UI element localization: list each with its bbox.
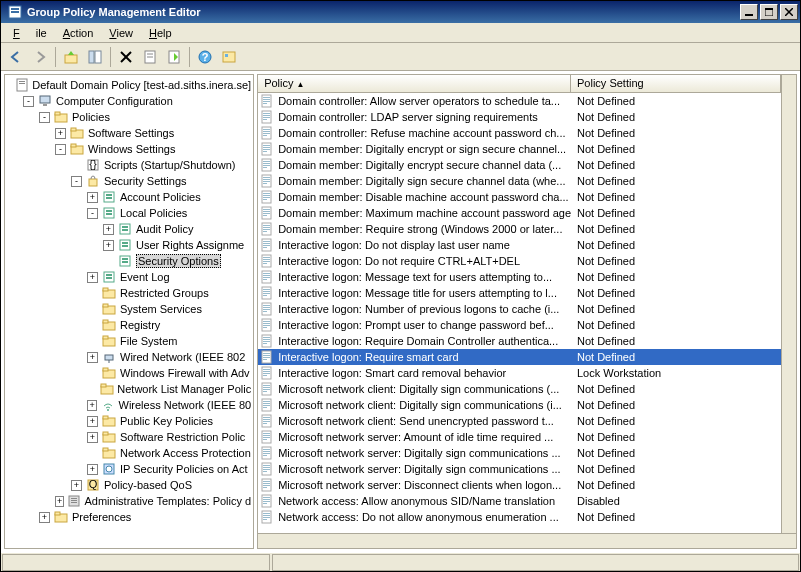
- policy-row[interactable]: Microsoft network client: Digitally sign…: [258, 381, 781, 397]
- svg-rect-9: [89, 51, 94, 63]
- tree-node[interactable]: Network List Manager Polic: [7, 381, 251, 397]
- tree-node[interactable]: -Computer Configuration: [7, 93, 251, 109]
- tree-node[interactable]: File System: [7, 333, 251, 349]
- policy-row[interactable]: Domain member: Digitally encrypt or sign…: [258, 141, 781, 157]
- delete-button[interactable]: [115, 46, 137, 68]
- policy-row[interactable]: Interactive logon: Require Domain Contro…: [258, 333, 781, 349]
- svg-rect-130: [263, 241, 270, 242]
- menu-help[interactable]: Help: [141, 25, 180, 41]
- expand-icon[interactable]: +: [55, 496, 64, 507]
- tree-node[interactable]: -Security Settings: [7, 173, 251, 189]
- policy-row[interactable]: Domain controller: Allow server operator…: [258, 93, 781, 109]
- policy-row[interactable]: Microsoft network server: Digitally sign…: [258, 445, 781, 461]
- up-button[interactable]: [60, 46, 82, 68]
- filter-button[interactable]: [218, 46, 240, 68]
- tree-pane[interactable]: Default Domain Policy [test-ad.siths.ine…: [4, 74, 254, 549]
- close-button[interactable]: [780, 4, 798, 20]
- expand-icon[interactable]: +: [87, 272, 98, 283]
- policy-row[interactable]: Interactive logon: Message text for user…: [258, 269, 781, 285]
- tree-node[interactable]: System Services: [7, 301, 251, 317]
- maximize-button[interactable]: [760, 4, 778, 20]
- show-hide-tree-button[interactable]: [84, 46, 106, 68]
- tree-node-label: Windows Settings: [88, 143, 175, 155]
- expand-icon[interactable]: -: [23, 96, 34, 107]
- expand-icon[interactable]: +: [87, 464, 98, 475]
- policy-row[interactable]: Microsoft network server: Disconnect cli…: [258, 477, 781, 493]
- vertical-scrollbar[interactable]: [781, 75, 796, 533]
- tree-node[interactable]: Default Domain Policy [test-ad.siths.ine…: [7, 77, 251, 93]
- horizontal-scrollbar[interactable]: [258, 533, 796, 548]
- expand-icon[interactable]: +: [103, 240, 114, 251]
- tree-node[interactable]: Security Options: [7, 253, 251, 269]
- expand-icon[interactable]: -: [39, 112, 50, 123]
- tree-node[interactable]: +QPolicy-based QoS: [7, 477, 251, 493]
- menu-view[interactable]: View: [101, 25, 141, 41]
- policy-row[interactable]: Network access: Do not allow anonymous e…: [258, 509, 781, 525]
- tree-node[interactable]: {}Scripts (Startup/Shutdown): [7, 157, 251, 173]
- expand-icon[interactable]: +: [39, 512, 50, 523]
- expand-icon[interactable]: +: [103, 224, 114, 235]
- expand-icon[interactable]: -: [71, 176, 82, 187]
- policy-row[interactable]: Interactive logon: Smart card removal be…: [258, 365, 781, 381]
- tree-node[interactable]: Windows Firewall with Adv: [7, 365, 251, 381]
- export-button[interactable]: [163, 46, 185, 68]
- expand-icon[interactable]: +: [71, 480, 82, 491]
- tree-node[interactable]: +Administrative Templates: Policy d: [7, 493, 251, 509]
- expand-icon[interactable]: +: [55, 128, 66, 139]
- tree-node[interactable]: +IP Security Policies on Act: [7, 461, 251, 477]
- minimize-button[interactable]: [740, 4, 758, 20]
- column-header-policy[interactable]: Policy ▲: [258, 75, 571, 92]
- tree-node[interactable]: +Public Key Policies: [7, 413, 251, 429]
- policy-row[interactable]: Domain member: Disable machine account p…: [258, 189, 781, 205]
- list-body[interactable]: Domain controller: Allow server operator…: [258, 93, 781, 533]
- tree-node[interactable]: -Windows Settings: [7, 141, 251, 157]
- expand-icon[interactable]: +: [87, 432, 98, 443]
- expand-icon[interactable]: -: [87, 208, 98, 219]
- tree-node[interactable]: Registry: [7, 317, 251, 333]
- expand-icon[interactable]: +: [87, 416, 98, 427]
- tree-node[interactable]: +User Rights Assignme: [7, 237, 251, 253]
- tree-node[interactable]: -Policies: [7, 109, 251, 125]
- policy-row[interactable]: Interactive logon: Do not display last u…: [258, 237, 781, 253]
- forward-button[interactable]: [29, 46, 51, 68]
- tree-node[interactable]: Restricted Groups: [7, 285, 251, 301]
- properties-button[interactable]: [139, 46, 161, 68]
- policy-setting: Not Defined: [571, 511, 781, 523]
- menu-action[interactable]: Action: [55, 25, 102, 41]
- policy-row[interactable]: Microsoft network server: Amount of idle…: [258, 429, 781, 445]
- svg-rect-218: [263, 519, 267, 520]
- expand-icon[interactable]: +: [87, 400, 97, 411]
- tree-node[interactable]: Network Access Protection: [7, 445, 251, 461]
- menu-file[interactable]: File: [5, 25, 55, 41]
- tree-node[interactable]: +Account Policies: [7, 189, 251, 205]
- tree-node[interactable]: +Preferences: [7, 509, 251, 525]
- policy-row[interactable]: Microsoft network client: Digitally sign…: [258, 397, 781, 413]
- policy-row[interactable]: Microsoft network server: Digitally sign…: [258, 461, 781, 477]
- policy-row[interactable]: Network access: Allow anonymous SID/Name…: [258, 493, 781, 509]
- policy-row[interactable]: Interactive logon: Require smart cardNot…: [258, 349, 781, 365]
- column-header-setting[interactable]: Policy Setting: [571, 75, 781, 92]
- policy-row[interactable]: Domain controller: LDAP server signing r…: [258, 109, 781, 125]
- expand-icon[interactable]: +: [87, 352, 98, 363]
- policy-row[interactable]: Domain controller: Refuse machine accoun…: [258, 125, 781, 141]
- policy-row[interactable]: Microsoft network client: Send unencrypt…: [258, 413, 781, 429]
- tree-node[interactable]: +Wireless Network (IEEE 80: [7, 397, 251, 413]
- policy-row[interactable]: Domain member: Digitally encrypt secure …: [258, 157, 781, 173]
- help-button[interactable]: ?: [194, 46, 216, 68]
- policy-row[interactable]: Domain member: Digitally sign secure cha…: [258, 173, 781, 189]
- policy-row[interactable]: Domain member: Maximum machine account p…: [258, 205, 781, 221]
- policy-row[interactable]: Interactive logon: Do not require CTRL+A…: [258, 253, 781, 269]
- tree-node[interactable]: +Wired Network (IEEE 802: [7, 349, 251, 365]
- policy-row[interactable]: Interactive logon: Prompt user to change…: [258, 317, 781, 333]
- tree-node[interactable]: +Software Restriction Polic: [7, 429, 251, 445]
- tree-node[interactable]: -Local Policies: [7, 205, 251, 221]
- policy-row[interactable]: Interactive logon: Message title for use…: [258, 285, 781, 301]
- expand-icon[interactable]: -: [55, 144, 66, 155]
- tree-node[interactable]: +Software Settings: [7, 125, 251, 141]
- tree-node[interactable]: +Audit Policy: [7, 221, 251, 237]
- expand-icon[interactable]: +: [87, 192, 98, 203]
- policy-row[interactable]: Interactive logon: Number of previous lo…: [258, 301, 781, 317]
- tree-node[interactable]: +Event Log: [7, 269, 251, 285]
- policy-row[interactable]: Domain member: Require strong (Windows 2…: [258, 221, 781, 237]
- back-button[interactable]: [5, 46, 27, 68]
